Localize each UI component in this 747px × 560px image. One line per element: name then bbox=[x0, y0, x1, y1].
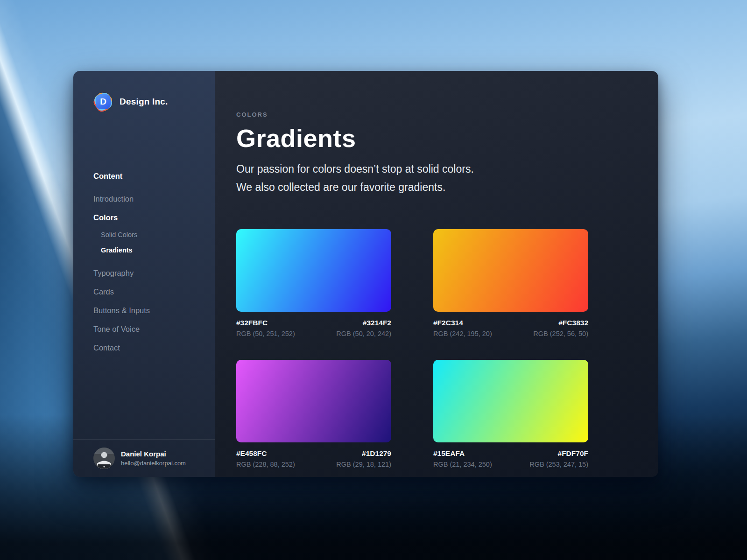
gradient-swatch-yellow-red bbox=[433, 229, 588, 312]
gradient-swatch-magenta-indigo bbox=[236, 360, 391, 442]
gradient-grid: #32FBFC RGB (50, 251, 252) #3214F2 RGB (… bbox=[236, 229, 658, 468]
breadcrumb-eyebrow: COLORS bbox=[236, 111, 658, 118]
profile-email: hello@danielkorpai.com bbox=[121, 460, 186, 467]
sidebar-section-content: Content bbox=[93, 167, 215, 185]
sidebar-item-contact[interactable]: Contact bbox=[93, 338, 215, 357]
hex-value: #FC3832 bbox=[533, 319, 588, 327]
sidebar: D Design Inc. Content Introduction Color… bbox=[73, 71, 215, 477]
logo-letter: D bbox=[96, 94, 111, 109]
gradient-stop-start: #15EAFA RGB (21, 234, 250) bbox=[433, 449, 492, 468]
gradient-card-cyan-yellow: #15EAFA RGB (21, 234, 250) #FDF70F RGB (… bbox=[433, 360, 588, 468]
rgb-value: RGB (253, 247, 15) bbox=[529, 461, 588, 468]
sidebar-item-solid-colors[interactable]: Solid Colors bbox=[93, 227, 215, 242]
gradient-stop-start: #32FBFC RGB (50, 251, 252) bbox=[236, 319, 295, 337]
main-content: COLORS Gradients Our passion for colors … bbox=[215, 71, 658, 477]
brand-logo-icon: D bbox=[93, 92, 113, 112]
brand-name: Design Inc. bbox=[120, 97, 168, 107]
description-line-2: We also collected are our favorite gradi… bbox=[236, 181, 445, 193]
sidebar-nav: Content Introduction Colors Solid Colors… bbox=[93, 167, 215, 357]
page-title: Gradients bbox=[236, 124, 658, 153]
gradient-stop-end: #FC3832 RGB (252, 56, 50) bbox=[533, 319, 588, 337]
sidebar-item-gradients[interactable]: Gradients bbox=[93, 242, 215, 258]
rgb-value: RGB (50, 251, 252) bbox=[236, 330, 295, 337]
sidebar-item-buttons-inputs[interactable]: Buttons & Inputs bbox=[93, 301, 215, 320]
sidebar-item-colors[interactable]: Colors bbox=[93, 208, 215, 227]
sidebar-item-introduction[interactable]: Introduction bbox=[93, 189, 215, 208]
user-profile[interactable]: Daniel Korpai hello@danielkorpai.com bbox=[73, 439, 215, 477]
gradient-card-magenta-indigo: #E458FC RGB (228, 88, 252) #1D1279 RGB (… bbox=[236, 360, 391, 468]
swatch-labels: #32FBFC RGB (50, 251, 252) #3214F2 RGB (… bbox=[236, 319, 391, 337]
gradient-swatch-cyan-blue bbox=[236, 229, 391, 312]
gradient-swatch-cyan-yellow bbox=[433, 360, 588, 442]
desktop-wallpaper: D Design Inc. Content Introduction Color… bbox=[0, 0, 747, 560]
hex-value: #1D1279 bbox=[336, 449, 391, 458]
rgb-value: RGB (242, 195, 20) bbox=[433, 330, 492, 337]
profile-text: Daniel Korpai hello@danielkorpai.com bbox=[121, 450, 186, 467]
hex-value: #32FBFC bbox=[236, 319, 295, 327]
gradient-stop-start: #F2C314 RGB (242, 195, 20) bbox=[433, 319, 492, 337]
gradient-card-cyan-blue: #32FBFC RGB (50, 251, 252) #3214F2 RGB (… bbox=[236, 229, 391, 337]
hex-value: #3214F2 bbox=[336, 319, 391, 327]
sidebar-item-typography[interactable]: Typography bbox=[93, 264, 215, 282]
gradient-stop-end: #1D1279 RGB (29, 18, 121) bbox=[336, 449, 391, 468]
gradient-stop-end: #FDF70F RGB (253, 247, 15) bbox=[529, 449, 588, 468]
sidebar-item-cards[interactable]: Cards bbox=[93, 282, 215, 301]
swatch-labels: #E458FC RGB (228, 88, 252) #1D1279 RGB (… bbox=[236, 449, 391, 468]
hex-value: #FDF70F bbox=[529, 449, 588, 458]
profile-name: Daniel Korpai bbox=[121, 450, 186, 458]
swatch-labels: #F2C314 RGB (242, 195, 20) #FC3832 RGB (… bbox=[433, 319, 588, 337]
app-window: D Design Inc. Content Introduction Color… bbox=[73, 71, 658, 477]
rgb-value: RGB (228, 88, 252) bbox=[236, 461, 295, 468]
brand[interactable]: D Design Inc. bbox=[93, 92, 215, 112]
hex-value: #15EAFA bbox=[433, 449, 492, 458]
hex-value: #E458FC bbox=[236, 449, 295, 458]
page-description: Our passion for colors doesn’t stop at s… bbox=[236, 160, 658, 196]
rgb-value: RGB (252, 56, 50) bbox=[533, 330, 588, 337]
gradient-stop-end: #3214F2 RGB (50, 20, 242) bbox=[336, 319, 391, 337]
rgb-value: RGB (29, 18, 121) bbox=[336, 461, 391, 468]
swatch-labels: #15EAFA RGB (21, 234, 250) #FDF70F RGB (… bbox=[433, 449, 588, 468]
description-line-1: Our passion for colors doesn’t stop at s… bbox=[236, 163, 474, 175]
rgb-value: RGB (50, 20, 242) bbox=[336, 330, 391, 337]
hex-value: #F2C314 bbox=[433, 319, 492, 327]
sidebar-item-tone-of-voice[interactable]: Tone of Voice bbox=[93, 320, 215, 338]
rgb-value: RGB (21, 234, 250) bbox=[433, 461, 492, 468]
gradient-card-yellow-red: #F2C314 RGB (242, 195, 20) #FC3832 RGB (… bbox=[433, 229, 588, 337]
gradient-stop-start: #E458FC RGB (228, 88, 252) bbox=[236, 449, 295, 468]
avatar bbox=[93, 448, 115, 469]
